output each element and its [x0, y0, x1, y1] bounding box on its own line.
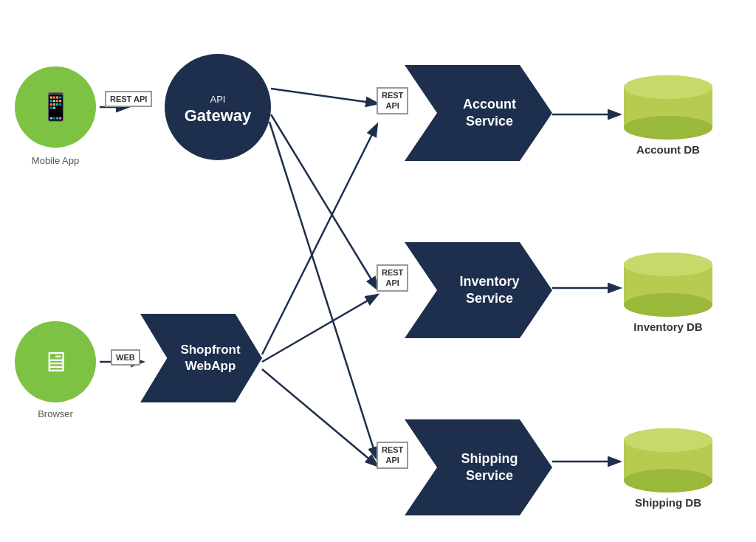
rest-api-tag-mobile: REST API [105, 91, 152, 107]
web-tag: WEB [111, 349, 140, 366]
architecture-diagram: 📱 Mobile App 🖥 Browser REST API API Gate… [0, 0, 756, 542]
monitor-icon: 🖥 [41, 348, 69, 376]
svg-line-3 [269, 122, 377, 458]
account-service: AccountService [405, 65, 552, 161]
account-db: Account DB [620, 74, 716, 156]
rest-api-tag-inventory: RESTAPI [377, 264, 408, 292]
api-gateway-label: API Gateway [185, 89, 252, 126]
rest-api-tag-shipping: RESTAPI [377, 442, 408, 469]
svg-point-14 [624, 75, 712, 99]
mobile-client: 📱 [15, 66, 96, 148]
svg-point-17 [624, 293, 712, 317]
svg-line-5 [262, 295, 377, 362]
shopfront-webapp: ShopfrontWebApp [140, 314, 262, 402]
svg-line-1 [271, 89, 377, 103]
svg-point-18 [624, 253, 712, 276]
svg-point-21 [624, 469, 712, 493]
svg-line-4 [262, 126, 377, 354]
inventory-db: Inventory DB [620, 251, 716, 333]
shipping-db: Shipping DB [620, 427, 716, 509]
rest-api-tag-account: RESTAPI [377, 87, 408, 114]
svg-line-6 [262, 369, 377, 465]
browser-label: Browser [13, 408, 97, 419]
api-gateway: API Gateway [165, 54, 271, 160]
shipping-db-label: Shipping DB [635, 496, 701, 509]
browser-client: 🖥 [15, 321, 96, 402]
shipping-service: ShippingService [405, 419, 552, 515]
svg-point-13 [624, 116, 712, 140]
svg-line-2 [271, 114, 377, 288]
inventory-service: InventoryService [405, 242, 552, 338]
inventory-db-label: Inventory DB [633, 320, 702, 333]
mobile-icon: 📱 [39, 94, 72, 120]
account-db-label: Account DB [636, 143, 700, 156]
mobile-label: Mobile App [13, 155, 97, 166]
svg-point-22 [624, 428, 712, 452]
